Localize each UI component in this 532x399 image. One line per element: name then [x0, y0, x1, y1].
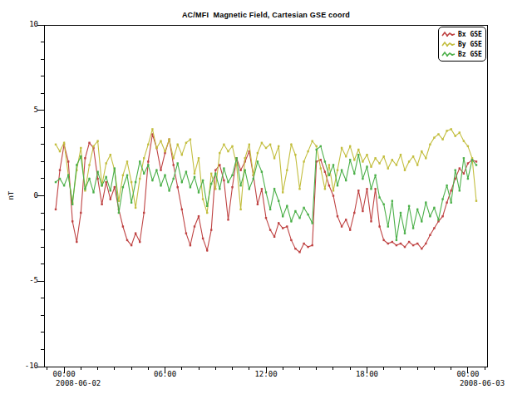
data-point-marker [96, 140, 98, 142]
data-point-marker [332, 195, 334, 196]
data-point-marker [269, 229, 271, 230]
data-point-marker [118, 212, 120, 214]
data-point-marker [455, 170, 456, 171]
legend-item-by-gse: By GSE [441, 39, 482, 49]
data-point-marker [55, 144, 57, 145]
data-point-marker [392, 159, 393, 160]
data-point-marker [131, 181, 132, 183]
data-point-marker [190, 186, 191, 188]
legend-item-bz-gse: Bz GSE [441, 49, 482, 59]
data-point-marker [114, 186, 116, 188]
data-point-marker [294, 154, 296, 155]
data-point-marker [139, 241, 140, 243]
data-point-marker [55, 209, 57, 210]
data-point-marker [463, 157, 465, 159]
data-point-marker [173, 178, 175, 180]
data-point-marker [261, 188, 263, 190]
data-point-marker [328, 164, 330, 165]
data-point-marker [446, 185, 447, 186]
legend: Bx GSEBy GSEBz GSE [438, 27, 486, 62]
data-point-marker [282, 191, 283, 193]
data-point-marker [328, 185, 330, 186]
legend-line-sample-icon [441, 51, 456, 58]
data-point-marker [307, 246, 308, 248]
data-point-marker [114, 167, 116, 169]
data-point-marker [294, 210, 296, 212]
data-point-marker [433, 207, 435, 209]
data-point-marker [437, 219, 439, 220]
data-point-marker [459, 131, 461, 133]
data-point-marker [383, 204, 385, 205]
data-point-marker [143, 157, 145, 159]
data-point-marker [362, 210, 363, 212]
data-point-marker [164, 175, 165, 176]
data-point-marker [239, 209, 241, 210]
data-point-marker [437, 133, 439, 135]
data-point-marker [425, 202, 426, 204]
data-point-marker [177, 186, 179, 188]
data-point-marker [429, 144, 431, 145]
data-point-marker [71, 204, 73, 205]
data-point-marker [282, 215, 283, 217]
data-point-marker [374, 157, 376, 159]
data-point-marker [349, 159, 351, 160]
data-point-marker [337, 170, 338, 171]
data-point-marker [429, 215, 431, 217]
data-point-marker [110, 198, 111, 200]
y-tick-label: 10 [15, 20, 38, 28]
data-point-marker [269, 144, 271, 145]
data-point-marker [320, 167, 322, 169]
data-point-marker [353, 159, 355, 160]
data-point-marker [223, 167, 224, 169]
data-point-marker [139, 160, 140, 162]
data-point-marker [400, 243, 401, 244]
data-point-marker [227, 219, 229, 220]
data-point-marker [131, 244, 132, 246]
data-point-marker [357, 149, 359, 150]
data-point-marker [249, 188, 250, 190]
data-point-marker [106, 181, 107, 183]
data-point-marker [164, 150, 165, 152]
data-point-marker [404, 246, 406, 248]
data-point-marker [55, 181, 57, 183]
data-point-marker [261, 171, 263, 173]
data-point-marker [298, 217, 300, 219]
data-point-marker [332, 164, 334, 165]
data-point-marker [404, 233, 406, 234]
data-point-marker [362, 178, 363, 180]
data-point-marker [63, 185, 65, 186]
data-point-marker [147, 160, 149, 162]
data-point-marker [76, 241, 77, 243]
data-point-marker [341, 170, 342, 171]
data-point-marker [155, 170, 157, 171]
data-point-marker [269, 209, 271, 210]
data-point-marker [206, 212, 208, 214]
data-point-marker [139, 178, 140, 180]
data-point-marker [131, 202, 132, 204]
data-point-marker [265, 147, 267, 149]
data-point-marker [59, 170, 61, 171]
data-point-marker [265, 191, 267, 193]
legend-item-bx-gse: Bx GSE [441, 29, 482, 39]
data-point-marker [143, 212, 145, 214]
data-point-marker [471, 159, 473, 160]
data-point-marker [239, 170, 241, 171]
data-point-marker [244, 157, 246, 159]
data-point-marker [286, 205, 288, 207]
data-point-marker [257, 152, 259, 154]
data-point-marker [429, 234, 431, 236]
x-tick-label: 00:00 [43, 370, 85, 378]
data-point-marker [160, 140, 161, 142]
data-point-marker [408, 160, 410, 162]
data-point-marker [408, 205, 410, 207]
data-point-marker [412, 155, 414, 157]
data-point-marker [219, 188, 220, 190]
data-point-marker [84, 188, 86, 190]
data-point-marker [451, 202, 452, 204]
data-point-marker [396, 239, 397, 241]
data-point-marker [378, 225, 380, 227]
data-point-marker [425, 157, 426, 159]
data-point-marker [404, 170, 406, 171]
data-point-marker [328, 175, 330, 176]
data-point-marker [273, 188, 275, 190]
